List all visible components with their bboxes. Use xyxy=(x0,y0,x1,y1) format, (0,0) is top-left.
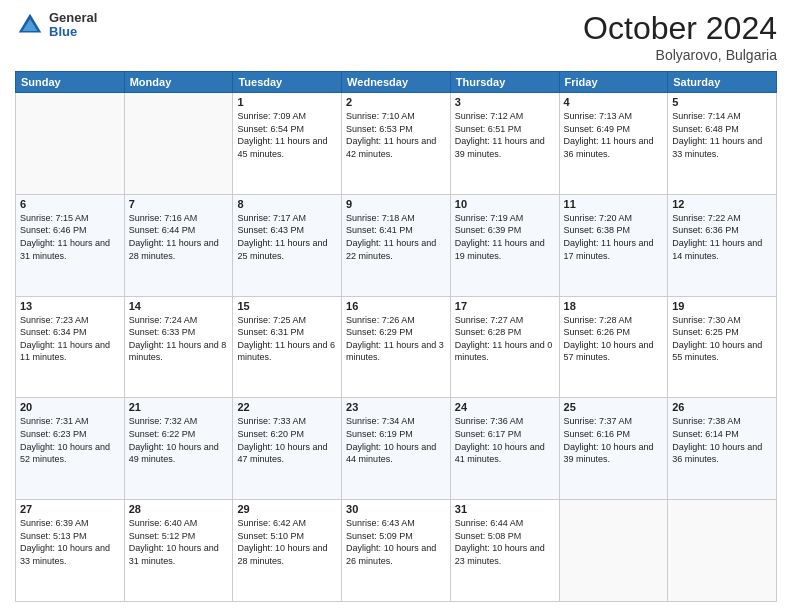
logo-general: General xyxy=(49,11,97,25)
day-number: 30 xyxy=(346,503,446,515)
day-number: 13 xyxy=(20,300,120,312)
day-info: Sunrise: 7:16 AMSunset: 6:44 PMDaylight:… xyxy=(129,212,229,262)
calendar-week-1: 6Sunrise: 7:15 AMSunset: 6:46 PMDaylight… xyxy=(16,194,777,296)
logo: General Blue xyxy=(15,10,97,40)
day-number: 5 xyxy=(672,96,772,108)
calendar-week-4: 27Sunrise: 6:39 AMSunset: 5:13 PMDayligh… xyxy=(16,500,777,602)
calendar-cell: 27Sunrise: 6:39 AMSunset: 5:13 PMDayligh… xyxy=(16,500,125,602)
calendar-cell xyxy=(559,500,668,602)
day-number: 6 xyxy=(20,198,120,210)
calendar-cell: 14Sunrise: 7:24 AMSunset: 6:33 PMDayligh… xyxy=(124,296,233,398)
location: Bolyarovo, Bulgaria xyxy=(583,47,777,63)
calendar-cell: 29Sunrise: 6:42 AMSunset: 5:10 PMDayligh… xyxy=(233,500,342,602)
calendar-cell: 30Sunrise: 6:43 AMSunset: 5:09 PMDayligh… xyxy=(342,500,451,602)
calendar-cell: 26Sunrise: 7:38 AMSunset: 6:14 PMDayligh… xyxy=(668,398,777,500)
calendar-cell xyxy=(668,500,777,602)
day-number: 1 xyxy=(237,96,337,108)
logo-text: General Blue xyxy=(49,11,97,40)
day-number: 23 xyxy=(346,401,446,413)
day-number: 27 xyxy=(20,503,120,515)
calendar-cell: 4Sunrise: 7:13 AMSunset: 6:49 PMDaylight… xyxy=(559,93,668,195)
day-info: Sunrise: 6:44 AMSunset: 5:08 PMDaylight:… xyxy=(455,517,555,567)
calendar-cell: 17Sunrise: 7:27 AMSunset: 6:28 PMDayligh… xyxy=(450,296,559,398)
logo-blue: Blue xyxy=(49,25,97,39)
day-number: 4 xyxy=(564,96,664,108)
calendar-cell xyxy=(16,93,125,195)
calendar-week-2: 13Sunrise: 7:23 AMSunset: 6:34 PMDayligh… xyxy=(16,296,777,398)
day-number: 19 xyxy=(672,300,772,312)
calendar-header-thursday: Thursday xyxy=(450,72,559,93)
calendar-header-tuesday: Tuesday xyxy=(233,72,342,93)
calendar-cell: 28Sunrise: 6:40 AMSunset: 5:12 PMDayligh… xyxy=(124,500,233,602)
calendar-header-row: SundayMondayTuesdayWednesdayThursdayFrid… xyxy=(16,72,777,93)
day-info: Sunrise: 7:17 AMSunset: 6:43 PMDaylight:… xyxy=(237,212,337,262)
calendar-cell: 20Sunrise: 7:31 AMSunset: 6:23 PMDayligh… xyxy=(16,398,125,500)
day-number: 14 xyxy=(129,300,229,312)
calendar-table: SundayMondayTuesdayWednesdayThursdayFrid… xyxy=(15,71,777,602)
calendar-cell: 24Sunrise: 7:36 AMSunset: 6:17 PMDayligh… xyxy=(450,398,559,500)
day-number: 9 xyxy=(346,198,446,210)
day-number: 25 xyxy=(564,401,664,413)
day-info: Sunrise: 7:22 AMSunset: 6:36 PMDaylight:… xyxy=(672,212,772,262)
day-info: Sunrise: 7:15 AMSunset: 6:46 PMDaylight:… xyxy=(20,212,120,262)
day-info: Sunrise: 7:27 AMSunset: 6:28 PMDaylight:… xyxy=(455,314,555,364)
day-number: 20 xyxy=(20,401,120,413)
calendar-cell xyxy=(124,93,233,195)
title-area: October 2024 Bolyarovo, Bulgaria xyxy=(583,10,777,63)
day-info: Sunrise: 7:34 AMSunset: 6:19 PMDaylight:… xyxy=(346,415,446,465)
day-number: 28 xyxy=(129,503,229,515)
day-info: Sunrise: 7:19 AMSunset: 6:39 PMDaylight:… xyxy=(455,212,555,262)
calendar-cell: 18Sunrise: 7:28 AMSunset: 6:26 PMDayligh… xyxy=(559,296,668,398)
calendar-cell: 6Sunrise: 7:15 AMSunset: 6:46 PMDaylight… xyxy=(16,194,125,296)
day-number: 12 xyxy=(672,198,772,210)
calendar-cell: 22Sunrise: 7:33 AMSunset: 6:20 PMDayligh… xyxy=(233,398,342,500)
calendar-cell: 25Sunrise: 7:37 AMSunset: 6:16 PMDayligh… xyxy=(559,398,668,500)
day-number: 18 xyxy=(564,300,664,312)
day-info: Sunrise: 6:42 AMSunset: 5:10 PMDaylight:… xyxy=(237,517,337,567)
day-info: Sunrise: 7:33 AMSunset: 6:20 PMDaylight:… xyxy=(237,415,337,465)
calendar-header-sunday: Sunday xyxy=(16,72,125,93)
day-info: Sunrise: 7:24 AMSunset: 6:33 PMDaylight:… xyxy=(129,314,229,364)
day-number: 31 xyxy=(455,503,555,515)
calendar-cell: 7Sunrise: 7:16 AMSunset: 6:44 PMDaylight… xyxy=(124,194,233,296)
calendar-cell: 13Sunrise: 7:23 AMSunset: 6:34 PMDayligh… xyxy=(16,296,125,398)
day-number: 15 xyxy=(237,300,337,312)
calendar-cell: 1Sunrise: 7:09 AMSunset: 6:54 PMDaylight… xyxy=(233,93,342,195)
calendar-cell: 3Sunrise: 7:12 AMSunset: 6:51 PMDaylight… xyxy=(450,93,559,195)
day-number: 8 xyxy=(237,198,337,210)
day-number: 3 xyxy=(455,96,555,108)
day-info: Sunrise: 7:37 AMSunset: 6:16 PMDaylight:… xyxy=(564,415,664,465)
calendar-cell: 8Sunrise: 7:17 AMSunset: 6:43 PMDaylight… xyxy=(233,194,342,296)
calendar-cell: 15Sunrise: 7:25 AMSunset: 6:31 PMDayligh… xyxy=(233,296,342,398)
day-number: 11 xyxy=(564,198,664,210)
day-info: Sunrise: 7:09 AMSunset: 6:54 PMDaylight:… xyxy=(237,110,337,160)
header: General Blue October 2024 Bolyarovo, Bul… xyxy=(15,10,777,63)
day-info: Sunrise: 7:32 AMSunset: 6:22 PMDaylight:… xyxy=(129,415,229,465)
day-info: Sunrise: 6:43 AMSunset: 5:09 PMDaylight:… xyxy=(346,517,446,567)
day-number: 22 xyxy=(237,401,337,413)
day-info: Sunrise: 7:14 AMSunset: 6:48 PMDaylight:… xyxy=(672,110,772,160)
calendar-cell: 5Sunrise: 7:14 AMSunset: 6:48 PMDaylight… xyxy=(668,93,777,195)
calendar-week-0: 1Sunrise: 7:09 AMSunset: 6:54 PMDaylight… xyxy=(16,93,777,195)
calendar-cell: 19Sunrise: 7:30 AMSunset: 6:25 PMDayligh… xyxy=(668,296,777,398)
calendar-header-wednesday: Wednesday xyxy=(342,72,451,93)
day-number: 7 xyxy=(129,198,229,210)
calendar-week-3: 20Sunrise: 7:31 AMSunset: 6:23 PMDayligh… xyxy=(16,398,777,500)
day-info: Sunrise: 7:13 AMSunset: 6:49 PMDaylight:… xyxy=(564,110,664,160)
day-info: Sunrise: 7:36 AMSunset: 6:17 PMDaylight:… xyxy=(455,415,555,465)
day-info: Sunrise: 7:25 AMSunset: 6:31 PMDaylight:… xyxy=(237,314,337,364)
day-info: Sunrise: 7:20 AMSunset: 6:38 PMDaylight:… xyxy=(564,212,664,262)
calendar-cell: 23Sunrise: 7:34 AMSunset: 6:19 PMDayligh… xyxy=(342,398,451,500)
day-number: 26 xyxy=(672,401,772,413)
day-info: Sunrise: 7:12 AMSunset: 6:51 PMDaylight:… xyxy=(455,110,555,160)
day-info: Sunrise: 6:40 AMSunset: 5:12 PMDaylight:… xyxy=(129,517,229,567)
day-number: 2 xyxy=(346,96,446,108)
page: General Blue October 2024 Bolyarovo, Bul… xyxy=(0,0,792,612)
day-info: Sunrise: 7:28 AMSunset: 6:26 PMDaylight:… xyxy=(564,314,664,364)
day-info: Sunrise: 7:30 AMSunset: 6:25 PMDaylight:… xyxy=(672,314,772,364)
calendar-header-friday: Friday xyxy=(559,72,668,93)
calendar-cell: 11Sunrise: 7:20 AMSunset: 6:38 PMDayligh… xyxy=(559,194,668,296)
day-number: 21 xyxy=(129,401,229,413)
day-number: 10 xyxy=(455,198,555,210)
month-title: October 2024 xyxy=(583,10,777,47)
